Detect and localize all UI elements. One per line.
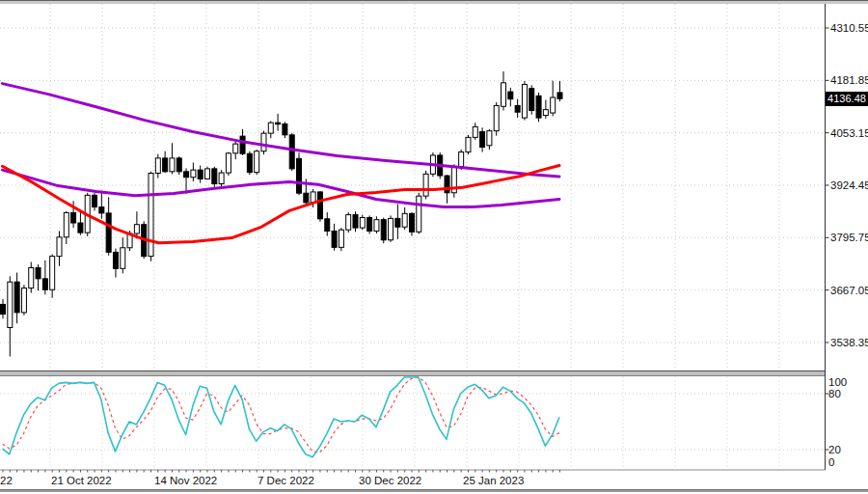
oscillator-axis-label: 0 <box>828 456 834 468</box>
window-bottom-edge <box>0 489 868 492</box>
candlestick <box>14 282 19 313</box>
candlestick <box>155 158 160 174</box>
candlestick <box>134 225 139 233</box>
candlestick <box>176 158 181 172</box>
oscillator-axis-label: 20 <box>828 444 841 455</box>
candlestick <box>374 220 379 232</box>
price-axis-label: 3924.45 <box>830 179 868 191</box>
candlestick <box>29 267 34 288</box>
price-axis-label: 3538.35 <box>830 337 868 348</box>
candlestick <box>21 288 26 313</box>
candlestick <box>149 174 153 257</box>
candlestick <box>317 192 322 219</box>
candlestick <box>276 123 281 124</box>
candlestick <box>304 193 309 203</box>
candlestick <box>543 110 548 116</box>
candlestick <box>113 252 118 268</box>
candlestick <box>36 267 41 278</box>
candlestick <box>106 213 111 253</box>
candlestick <box>240 136 245 153</box>
date-axis-label: 14 Nov 2022 <box>154 475 217 486</box>
date-axis-label: 7 Dec 2022 <box>258 475 314 486</box>
candlestick <box>346 215 351 231</box>
candlestick <box>78 223 83 233</box>
candlestick <box>204 169 209 179</box>
candlestick <box>389 218 393 239</box>
price-axis-label: 4053.15 <box>830 127 868 139</box>
candlestick <box>466 137 471 151</box>
candlestick <box>480 131 485 147</box>
candlestick <box>289 135 294 169</box>
current-price-tag: 4136.48 <box>826 92 868 106</box>
candlestick <box>170 158 175 172</box>
candlestick <box>57 237 62 257</box>
candlestick <box>121 248 125 269</box>
candlestick <box>515 105 520 112</box>
date-axis-label: 21 Oct 2022 <box>51 475 112 486</box>
candlestick <box>219 173 224 183</box>
candlestick <box>332 231 337 247</box>
candlestick <box>226 153 231 173</box>
candlestick <box>557 93 562 98</box>
candlestick <box>261 133 266 151</box>
candlestick <box>283 124 287 134</box>
price-axis-label: 4310.55 <box>830 22 868 34</box>
date-axis-label: 22 <box>0 475 13 486</box>
candlestick <box>367 218 372 232</box>
date-axis-label: 25 Jan 2023 <box>463 475 524 486</box>
date-axis-label: 30 Dec 2022 <box>359 475 421 486</box>
stochastic-k <box>3 377 560 457</box>
candlestick <box>417 196 421 232</box>
candlestick <box>42 279 47 289</box>
candlestick <box>529 89 534 111</box>
candlestick <box>339 230 343 247</box>
candlestick <box>402 213 407 227</box>
candlestick <box>64 212 68 236</box>
candlestick <box>1 304 6 314</box>
candlestick <box>445 176 449 193</box>
oscillator-layer <box>3 377 560 457</box>
oscillator-axis-label: 100 <box>828 376 847 388</box>
chart-canvas[interactable]: 4310.554181.854053.153924.453795.753667.… <box>0 0 868 494</box>
candlestick <box>502 83 506 106</box>
candlestick <box>522 84 527 118</box>
grid-layer <box>0 4 826 470</box>
candlestick <box>459 152 464 167</box>
candlestick <box>212 169 217 184</box>
candlestick <box>325 219 330 232</box>
candlestick <box>381 220 386 240</box>
candlestick <box>353 215 358 229</box>
oscillator-axis-label: 80 <box>828 388 841 399</box>
candlestick <box>494 105 499 130</box>
candlestick <box>360 218 365 229</box>
candlestick <box>268 123 273 133</box>
price-axis-label: 3667.05 <box>830 285 868 296</box>
candlestick <box>409 213 414 232</box>
candlestick <box>50 257 55 290</box>
price-axis-label: 3795.75 <box>830 232 868 243</box>
candlestick <box>247 153 252 172</box>
candlestick <box>184 172 189 178</box>
candlestick <box>423 174 428 196</box>
candlestick <box>255 151 259 173</box>
stochastic-d <box>3 377 560 453</box>
price-axis-label: 4181.85 <box>830 74 868 86</box>
candlestick <box>395 218 400 227</box>
candlestick <box>536 96 541 118</box>
candlestick <box>233 144 238 153</box>
candlestick <box>163 158 168 172</box>
candlestick <box>198 170 203 178</box>
candlestick <box>551 97 556 113</box>
candlestick <box>487 131 492 146</box>
candlestick <box>8 282 13 327</box>
candlestick <box>473 126 477 137</box>
candlestick <box>297 158 302 193</box>
candlestick <box>508 92 513 99</box>
candlestick <box>71 212 76 223</box>
chart-window: 4310.554181.854053.153924.453795.753667.… <box>0 0 868 494</box>
candlestick <box>93 195 97 206</box>
candlestick <box>99 207 104 213</box>
candlestick <box>191 170 196 178</box>
